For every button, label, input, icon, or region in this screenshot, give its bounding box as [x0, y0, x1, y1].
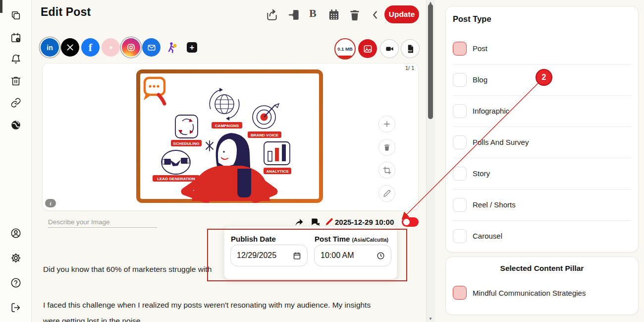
calendar-icon[interactable]	[327, 8, 340, 21]
platform-email-icon[interactable]	[142, 38, 161, 57]
schedule-calendar-icon[interactable]	[10, 32, 21, 43]
scheduled-datetime: 2025-12-29 10:00	[335, 218, 394, 226]
post-illustration: CAMPAIGNS SCHEDULING BRAND VOICE	[136, 69, 323, 203]
checkbox-post[interactable]	[453, 42, 467, 56]
platform-linkedin-icon[interactable]: in	[41, 38, 59, 57]
post-time-input[interactable]: 10:00 AM	[314, 245, 391, 266]
platform-x-icon[interactable]	[61, 38, 79, 57]
checkbox-polls[interactable]	[453, 135, 467, 149]
comments-icon[interactable]	[310, 217, 320, 227]
post-type-card: Post Type Post Blog Infographic Polls An…	[445, 6, 639, 253]
checkbox-content-pillar[interactable]	[453, 286, 467, 300]
trash-icon[interactable]	[10, 75, 21, 86]
svg-text:BRAND VOICE: BRAND VOICE	[251, 133, 279, 137]
platform-facebook-icon[interactable]: f	[81, 38, 100, 57]
page-title: Edit Post	[41, 5, 91, 19]
date-picker-icon[interactable]	[293, 252, 301, 260]
svg-text:CAMPAIGNS: CAMPAIGNS	[215, 124, 239, 128]
documents-icon[interactable]	[10, 10, 21, 21]
content-pillar-item[interactable]: Mindful Communication Strategies	[446, 279, 638, 309]
checkbox-reel[interactable]	[453, 198, 467, 212]
add-media-button[interactable]	[378, 116, 395, 132]
delete-post-icon[interactable]	[348, 8, 361, 21]
content-pillar-card: Selected Content Pillar Mindful Communic…	[445, 257, 639, 315]
post-time-label: Post Time (Asia/Calcutta)	[315, 235, 388, 243]
video-media-button[interactable]	[380, 39, 399, 58]
post-type-option-carousel[interactable]: Carousel	[446, 221, 638, 252]
content-pillar-heading: Selected Content Pillar	[446, 264, 638, 273]
post-type-heading: Post Type	[453, 14, 491, 24]
info-badge[interactable]: i	[45, 199, 56, 207]
platform-instagram-icon[interactable]	[122, 38, 140, 57]
settings-gear-icon[interactable]	[10, 253, 21, 263]
post-type-option-post[interactable]: Post	[446, 33, 638, 64]
left-sidebar	[0, 0, 32, 322]
account-icon[interactable]	[10, 228, 21, 239]
web-globe-icon[interactable]	[10, 120, 21, 130]
scroll-down-arrow[interactable]: ▼	[428, 317, 433, 322]
platform-walker-icon[interactable]	[162, 38, 181, 57]
notifications-icon[interactable]	[10, 54, 21, 64]
bold-icon[interactable]: B	[309, 7, 322, 20]
carousel-counter: 1/ 1	[405, 65, 415, 71]
post-type-option-infographic[interactable]: Infographic	[446, 96, 638, 127]
window-edge-mark	[0, 0, 2, 13]
checkbox-carousel[interactable]	[453, 229, 467, 243]
time-picker-icon[interactable]	[376, 252, 385, 260]
delete-media-button[interactable]	[378, 139, 395, 156]
post-paragraph-2[interactable]: I faced this challenge when I realized m…	[43, 301, 420, 310]
scroll-up-arrow[interactable]: ▲	[428, 0, 433, 5]
help-icon[interactable]	[10, 277, 21, 288]
image-caption-input[interactable]	[48, 217, 157, 228]
schedule-toggle[interactable]	[402, 217, 419, 227]
share-caption-icon[interactable]	[294, 217, 304, 227]
main-scrollbar-thumb[interactable]	[428, 4, 433, 119]
logout-icon[interactable]	[10, 302, 21, 313]
checkbox-infographic[interactable]	[453, 104, 467, 118]
svg-text:LEAD GENERATION: LEAD GENERATION	[157, 177, 195, 181]
publish-schedule-popup: Publish Date Post Time (Asia/Calcutta) 1…	[224, 226, 397, 279]
edit-media-button[interactable]	[378, 185, 395, 202]
link-icon[interactable]	[10, 97, 21, 108]
edit-schedule-pencil-icon[interactable]	[324, 217, 334, 227]
update-button[interactable]: Update	[384, 5, 419, 23]
annotation-badge-2: 2	[536, 69, 552, 86]
post-type-option-story[interactable]: Story	[446, 158, 638, 190]
post-type-option-polls[interactable]: Polls And Survey	[446, 127, 638, 158]
checkbox-story[interactable]	[453, 167, 467, 181]
import-draft-icon[interactable]	[288, 8, 301, 21]
svg-text:SCHEDULING: SCHEDULING	[173, 141, 200, 146]
checkbox-blog[interactable]	[453, 73, 467, 87]
publish-date-label: Publish Date	[231, 235, 276, 243]
analytics-illustration: ANALYTICS	[264, 142, 291, 174]
platform-youtube-icon[interactable]	[102, 38, 120, 57]
collapse-chevron-icon[interactable]	[369, 8, 381, 21]
pdf-media-button[interactable]: PDF	[401, 39, 420, 58]
post-paragraph-3[interactable]: were getting lost in the noise...	[43, 317, 420, 322]
svg-text:PDF: PDF	[408, 50, 412, 52]
file-size-badge[interactable]: 0.1 MB	[334, 38, 356, 60]
svg-text:ANALYTICS: ANALYTICS	[266, 169, 289, 174]
toggle-knob	[403, 219, 410, 225]
add-platform-button[interactable]: +	[187, 42, 197, 53]
post-type-option-reel[interactable]: Reel / Shorts	[446, 190, 638, 221]
crop-media-button[interactable]	[378, 162, 395, 179]
image-media-button[interactable]	[358, 39, 377, 58]
timezone-note: (Asia/Calcutta)	[352, 237, 389, 243]
share-post-icon[interactable]	[266, 8, 278, 21]
publish-date-input[interactable]: 12/29/2025	[230, 245, 308, 266]
